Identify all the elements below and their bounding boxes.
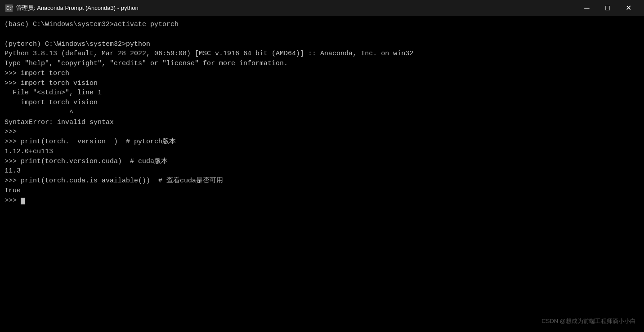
watermark: CSDN @想成为前端工程师滴小小白 (541, 317, 636, 326)
terminal-line-10: ^ (4, 108, 640, 118)
terminal-line-12: >>> (4, 127, 640, 137)
svg-text:C:\: C:\ (6, 6, 13, 11)
terminal-line-15: >>> print(torch.version.cuda) # cuda版本 (4, 157, 640, 167)
terminal-line-11: SyntaxError: invalid syntax (4, 118, 640, 128)
terminal-body[interactable]: (base) C:\Windows\system32>activate pyto… (0, 16, 644, 332)
terminal-line-8: File "<stdin>", line 1 (4, 88, 640, 98)
terminal-line-3: (pytorch) C:\Windows\system32>python (4, 40, 640, 49)
cursor (21, 198, 25, 204)
terminal-line-14: 1.12.0+cu113 (4, 147, 640, 157)
terminal-line-16: 11.3 (4, 166, 640, 176)
terminal-line-5: Type "help", "copyright", "credits" or "… (4, 59, 640, 69)
terminal-line-17: >>> print(torch.cuda.is_available()) # 查… (4, 176, 640, 186)
close-button[interactable]: ✕ (618, 0, 639, 16)
titlebar: C:\ 管理员: Anaconda Prompt (Anconda3) - py… (0, 0, 644, 16)
terminal-line-19: >>> (4, 196, 640, 206)
terminal-line-1: (base) C:\Windows\system32>activate pyto… (4, 20, 640, 30)
window-title: 管理员: Anaconda Prompt (Anconda3) - python (16, 4, 577, 12)
maximize-button[interactable]: □ (597, 0, 618, 16)
terminal-line-13: >>> print(torch.__version__) # pytorch版本 (4, 137, 640, 147)
window-controls: ─ □ ✕ (577, 0, 639, 16)
terminal-line-4: Python 3.8.13 (default, Mar 28 2022, 06:… (4, 49, 640, 59)
terminal-line-2 (4, 30, 640, 40)
terminal-line-7: >>> import torch vision (4, 79, 640, 89)
minimize-button[interactable]: ─ (577, 0, 597, 16)
window: C:\ 管理员: Anaconda Prompt (Anconda3) - py… (0, 0, 644, 332)
terminal-icon: C:\ (5, 4, 13, 12)
terminal-line-9: import torch vision (4, 98, 640, 108)
terminal-line-6: >>> import torch (4, 69, 640, 79)
terminal-line-18: True (4, 186, 640, 196)
